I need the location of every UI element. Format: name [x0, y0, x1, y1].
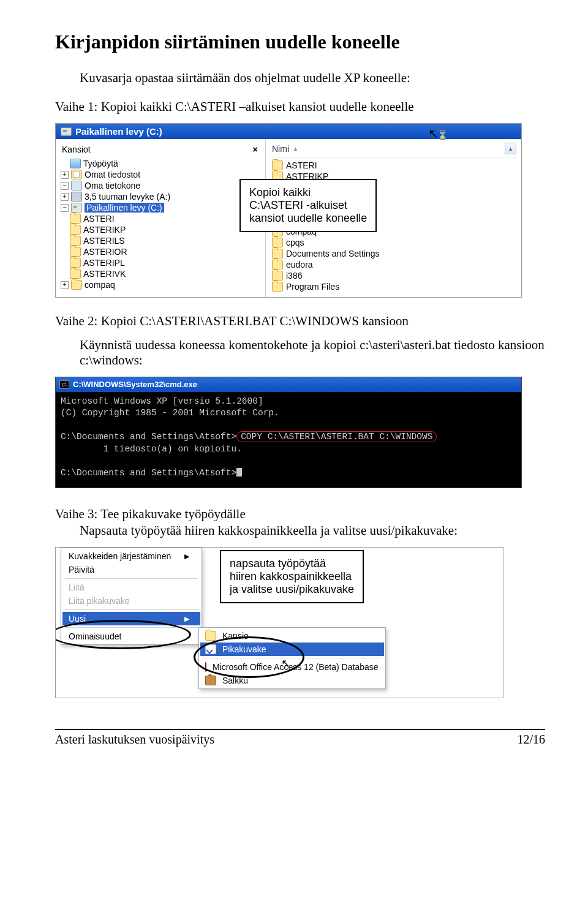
folder-icon	[205, 631, 216, 641]
tree-item[interactable]: ASTERIOR	[61, 246, 263, 257]
folder-icon	[272, 160, 283, 170]
step-1-heading: Vaihe 1: Kopioi kaikki C:\ASTERI –alkuis…	[55, 99, 545, 115]
folder-icon	[70, 258, 81, 268]
folder-icon	[70, 247, 81, 257]
tree-item[interactable]: ASTERIVK	[61, 268, 263, 279]
menu-item-folder[interactable]: Kansio	[200, 629, 384, 643]
list-item[interactable]: ASTERI	[272, 160, 516, 171]
drive-icon	[71, 203, 82, 213]
tree-item[interactable]: +Omat tiedostot	[61, 169, 263, 180]
explorer-titlebar: Paikallinen levy (C:)	[56, 124, 521, 139]
tree-item[interactable]: +3,5 tuuman levyke (A:)	[61, 191, 263, 202]
folder-icon	[272, 249, 283, 258]
menu-separator	[65, 578, 198, 579]
new-submenu: Kansio Pikakuvake Microsoft Office Acces…	[198, 627, 386, 689]
list-item[interactable]: i386	[272, 270, 516, 281]
folder-icon	[272, 238, 283, 247]
footer-left: Asteri laskutuksen vuosipäivitys	[55, 733, 214, 747]
folder-tree-panel: Kansiot × Työpöytä +Omat tiedostot −Oma …	[56, 139, 266, 297]
folder-icon	[272, 271, 283, 281]
briefcase-icon	[205, 676, 216, 685]
menu-item-paste: Liitä	[62, 581, 200, 594]
list-item[interactable]: Program Files	[272, 281, 516, 292]
tree-item[interactable]: ASTERIPL	[61, 257, 263, 268]
menu-item-properties[interactable]: Ominaisuudet	[62, 630, 200, 643]
tree-item[interactable]: ASTERI	[61, 213, 263, 224]
tree-item[interactable]: Työpöytä	[61, 158, 263, 169]
menu-item-access-db[interactable]: Microsoft Office Access 12 (Beta) Databa…	[200, 660, 384, 674]
context-menu-screenshot: Kuvakkeiden järjestäminen▶ Päivitä Liitä…	[55, 547, 503, 698]
step-3-heading: Vaihe 3: Tee pikakuvake työpöydälle	[55, 507, 545, 522]
menu-item-refresh[interactable]: Päivitä	[62, 563, 200, 576]
menu-item-briefcase[interactable]: Salkku	[200, 674, 384, 687]
menu-item-arrange[interactable]: Kuvakkeiden järjestäminen▶	[62, 549, 200, 563]
folder-icon	[70, 214, 81, 224]
explorer-title: Paikallinen levy (C:)	[75, 126, 162, 137]
list-item[interactable]: Documents and Settings	[272, 248, 516, 259]
highlighted-command: COPY C:\ASTERI\ASTERI.BAT C:\WINDOWS	[236, 431, 437, 442]
tree-item[interactable]: +compaq	[61, 279, 263, 290]
documents-icon	[71, 170, 82, 179]
folder-icon	[70, 236, 81, 246]
page-title: Kirjanpidon siirtäminen uudelle koneelle	[55, 31, 545, 53]
step-2-heading: Vaihe 2: Kopioi C:\ASTERI\ASTERI.BAT C:\…	[55, 314, 545, 329]
cmd-output: Microsoft Windows XP [versio 5.1.2600] (…	[56, 392, 521, 488]
close-icon[interactable]: ×	[250, 144, 260, 154]
cursor-block	[236, 468, 242, 477]
access-icon	[205, 662, 206, 672]
intro-text: Kuvasarja opastaa siirtämään dos ohjelma…	[80, 70, 545, 86]
floppy-icon	[71, 192, 82, 202]
folder-icon	[272, 260, 283, 269]
step-2-body: Käynnistä uudessa koneessa komentokehote…	[80, 337, 545, 368]
scroll-up-button[interactable]: ▴	[505, 143, 516, 154]
step-3-body: Napsauta työpöytää hiiren kakkospainikke…	[80, 523, 545, 538]
menu-item-new[interactable]: Uusi▶	[62, 612, 200, 625]
annotation-callout: Kopioi kaikki C:\ASTERI -alkuiset kansio…	[239, 179, 377, 232]
shortcut-icon	[205, 644, 216, 654]
cmd-window: c\ C:\WINDOWS\System32\cmd.exe Microsoft…	[55, 377, 522, 488]
annotation-callout: napsauta työpöytää hiiren kakkospainikke…	[220, 550, 364, 603]
folder-icon	[71, 280, 82, 290]
cursor-icon: ↖	[281, 657, 290, 670]
folder-icon	[70, 225, 81, 235]
tree-item[interactable]: −Paikallinen levy (C:)	[61, 202, 263, 213]
list-item[interactable]: eudora	[272, 259, 516, 270]
desktop-icon	[70, 159, 81, 168]
sort-asc-icon: ▲	[293, 146, 298, 152]
tree-header-label: Kansiot	[62, 145, 91, 154]
cmd-titlebar: c\ C:\WINDOWS\System32\cmd.exe	[56, 377, 521, 392]
footer-page-number: 12/16	[517, 733, 545, 747]
menu-item-paste-shortcut: Liitä pikakuvake	[62, 594, 200, 608]
explorer-window: Paikallinen levy (C:) ↖⌛ Kansiot × Työpö…	[55, 123, 522, 298]
computer-icon	[71, 181, 82, 190]
tree-item[interactable]: ASTERILS	[61, 235, 263, 246]
folder-icon	[272, 282, 283, 292]
menu-separator	[65, 627, 198, 628]
drive-icon	[61, 127, 72, 136]
chevron-right-icon: ▶	[184, 615, 189, 623]
list-item[interactable]: cpqs	[272, 237, 516, 248]
menu-separator	[65, 609, 198, 610]
column-header-name[interactable]: Nimi	[272, 144, 289, 154]
chevron-right-icon: ▶	[184, 552, 189, 560]
tree-item[interactable]: ASTERIKP	[61, 224, 263, 235]
folder-icon	[70, 269, 81, 279]
menu-item-shortcut[interactable]: Pikakuvake	[200, 643, 384, 656]
cmd-icon: c\	[59, 380, 69, 389]
desktop-context-menu: Kuvakkeiden järjestäminen▶ Päivitä Liitä…	[61, 548, 202, 645]
menu-separator	[203, 658, 382, 658]
cmd-title-text: C:\WINDOWS\System32\cmd.exe	[73, 379, 197, 390]
tree-item[interactable]: −Oma tietokone	[61, 180, 263, 191]
